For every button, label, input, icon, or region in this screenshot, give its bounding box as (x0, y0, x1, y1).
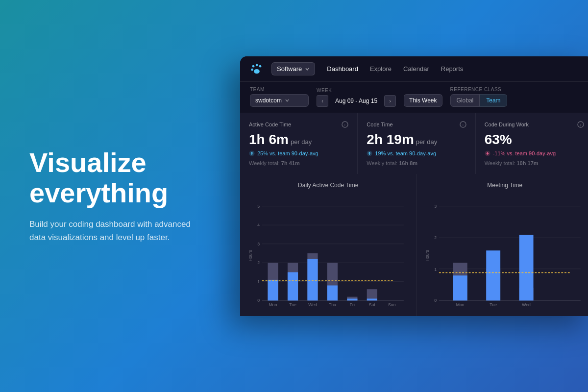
nav-reports[interactable]: Reports (441, 65, 464, 73)
metric-value-1: 1h 6mper day (249, 132, 348, 147)
up-arrow-icon-1 (249, 150, 255, 156)
filters-bar: Team swdotcom Week ‹ Aug 09 - Aug 15 › T… (240, 82, 588, 113)
bar-sat-blue (367, 298, 377, 300)
bar-mon-blue-2 (453, 275, 467, 300)
info-icon-1: i (342, 121, 348, 128)
ref-team-button[interactable]: Team (480, 94, 507, 107)
navbar: Software Dashboard Explore Calendar Repo… (240, 56, 588, 82)
week-range-display: Aug 09 - Aug 15 (331, 98, 381, 104)
nav-dashboard[interactable]: Dashboard (327, 65, 358, 73)
svg-text:i: i (580, 123, 581, 127)
left-panel: Visualize everything Build your coding d… (29, 147, 206, 245)
svg-text:i: i (463, 123, 464, 127)
info-icon-2: i (460, 121, 466, 128)
nav-calendar[interactable]: Calendar (403, 65, 429, 73)
charts-row: Daily Active Code Time 0 1 2 3 4 5 (240, 174, 588, 316)
up-arrow-icon-2 (367, 150, 372, 156)
ref-class-buttons: Global Team (450, 94, 507, 107)
info-icon-3: i (577, 121, 584, 128)
svg-text:Sun: Sun (388, 302, 396, 307)
main-heading: Visualize everything (29, 147, 206, 208)
svg-text:3: 3 (257, 242, 260, 246)
svg-text:Wed: Wed (522, 302, 531, 307)
team-filter-group: Team swdotcom (250, 87, 309, 107)
down-arrow-icon-3 (485, 150, 490, 156)
svg-point-2 (259, 65, 262, 67)
svg-point-4 (254, 69, 260, 74)
dashboard-panel: Software Dashboard Explore Calendar Repo… (240, 56, 588, 316)
svg-text:Tue: Tue (490, 302, 497, 307)
week-filter-label: Week (317, 88, 396, 93)
bar-mon-blue (268, 280, 278, 300)
metric-total-1: Weekly total: 7h 41m (249, 160, 348, 166)
metric-code-time: Code Time i 2h 19mper day 19% vs. team 9… (358, 113, 475, 174)
svg-text:1: 1 (434, 267, 437, 272)
chart-svg-1: 0 1 2 3 4 5 Hours (248, 195, 409, 312)
ref-global-button[interactable]: Global (450, 94, 480, 107)
week-next-button[interactable]: › (384, 95, 396, 107)
chart-container-1: 0 1 2 3 4 5 Hours (248, 195, 409, 312)
svg-text:i: i (344, 123, 345, 127)
this-week-button[interactable]: This Week (404, 94, 442, 107)
chart-title-1: Daily Active Code Time (248, 182, 409, 189)
bar-wed-blue (307, 259, 318, 301)
metric-comparison-2: 19% vs. team 90-day-avg (367, 150, 466, 156)
svg-text:Thu: Thu (329, 302, 336, 307)
chart-daily-active-code-time: Daily Active Code Time 0 1 2 3 4 5 (240, 174, 416, 316)
chart-container-2: 0 1 2 3 Hours (425, 195, 586, 312)
metric-total-2: Weekly total: 16h 8m (367, 160, 466, 166)
metric-value-3: 63% (485, 132, 584, 147)
metric-total-3: Weekly total: 10h 17m (485, 160, 584, 166)
svg-text:5: 5 (257, 204, 260, 209)
svg-text:0: 0 (434, 298, 437, 303)
paw-logo-icon (250, 62, 264, 76)
svg-text:Mon: Mon (456, 302, 464, 307)
ref-class-label: Reference class (450, 87, 507, 92)
week-filter-group: Week ‹ Aug 09 - Aug 15 › (317, 88, 396, 107)
chart-svg-2: 0 1 2 3 Hours (425, 195, 586, 312)
bar-tue-blue-2 (486, 250, 500, 300)
svg-text:Hours: Hours (248, 250, 253, 262)
week-nav: ‹ Aug 09 - Aug 15 › (317, 95, 396, 107)
svg-point-3 (251, 68, 253, 71)
svg-text:2: 2 (434, 235, 437, 240)
svg-text:Tue: Tue (289, 302, 296, 307)
metric-active-code-time: Active Code Time i 1h 6mper day 25% vs. … (240, 113, 357, 174)
metric-code-during-work: Code During Work i 63% -11% vs. team 90-… (476, 113, 588, 174)
team-filter-label: Team (250, 87, 309, 92)
metric-comparison-1: 25% vs. team 90-day-avg (249, 150, 348, 156)
bar-fri-blue (347, 298, 357, 300)
ref-class-filter-group: Reference class Global Team (450, 87, 507, 107)
svg-text:3: 3 (434, 204, 437, 209)
metrics-row: Active Code Time i 1h 6mper day 25% vs. … (240, 113, 588, 174)
chevron-down-icon (305, 67, 310, 72)
software-dropdown[interactable]: Software (271, 62, 315, 75)
metric-title-3: Code During Work (485, 122, 529, 127)
bar-tue-blue (288, 272, 298, 301)
svg-text:Wed: Wed (308, 302, 317, 307)
metric-value-2: 2h 19mper day (367, 132, 466, 147)
svg-point-1 (256, 64, 258, 66)
sub-text: Build your coding dashboard with advance… (29, 218, 206, 244)
svg-text:0: 0 (257, 298, 260, 303)
metric-comparison-3: -11% vs. team 90-day-avg (485, 150, 584, 156)
nav-explore[interactable]: Explore (370, 65, 392, 73)
week-prev-button[interactable]: ‹ (317, 95, 328, 107)
svg-text:4: 4 (257, 222, 260, 227)
metric-title-2: Code Time (367, 122, 392, 127)
chart-title-2: Meeting Time (425, 182, 586, 189)
svg-text:Mon: Mon (269, 302, 277, 307)
bar-wed-blue-2 (519, 235, 533, 300)
bar-thu-blue (327, 286, 338, 301)
metric-title-1: Active Code Time (249, 122, 291, 127)
chart-meeting-time: Meeting Time 0 1 2 3 Hours (417, 174, 588, 316)
svg-text:2: 2 (257, 260, 260, 265)
svg-text:1: 1 (257, 279, 260, 284)
team-chevron-icon (285, 98, 290, 103)
svg-text:Hours: Hours (425, 250, 430, 262)
svg-text:Fri: Fri (350, 302, 355, 307)
svg-point-0 (252, 65, 255, 67)
nav-links: Dashboard Explore Calendar Reports (327, 65, 463, 73)
svg-text:Sat: Sat (369, 302, 376, 307)
team-select[interactable]: swdotcom (250, 94, 309, 107)
